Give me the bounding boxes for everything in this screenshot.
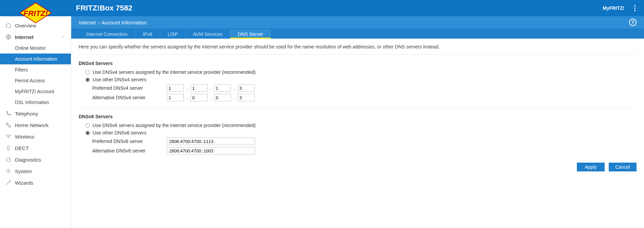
sidebar-item-label: Internet — [15, 34, 34, 40]
breadcrumb-bar: Internet › Account Information ? — [71, 16, 644, 28]
sidebar-item-system[interactable]: System — [0, 165, 71, 177]
tab-avm-services[interactable]: AVM Services — [186, 29, 231, 39]
dnsv6-other-radio[interactable] — [85, 131, 90, 135]
section-title-dnsv6: DNSv6 Servers — [79, 114, 637, 119]
dnsv6-alt-input[interactable] — [167, 147, 255, 154]
sidebar-item-label: System — [15, 168, 32, 174]
sidebar-item-diagnostics[interactable]: Diagnostics — [0, 154, 71, 165]
dot-separator: . — [187, 95, 188, 100]
dnsv6-alt-label: Alternative DNSv6 server — [92, 148, 167, 153]
network-icon — [5, 122, 12, 128]
device-title: FRITZ!Box 7582 — [71, 4, 603, 13]
kebab-menu-icon[interactable] — [632, 5, 638, 11]
dot-separator: . — [210, 95, 212, 100]
sidebar-sub-myfritz-account[interactable]: MyFRITZ! Account — [0, 86, 71, 97]
diagnostics-icon — [5, 157, 12, 163]
dnsv6-pref-input[interactable] — [167, 138, 255, 145]
sidebar-sub-permit-access[interactable]: Permit Access — [0, 75, 71, 86]
svg-rect-5 — [8, 146, 9, 150]
dnsv4-pref-input-group: . . . — [167, 84, 255, 92]
sidebar-item-label: Home Network — [15, 122, 48, 128]
sidebar-item-telephony[interactable]: Telephony — [0, 108, 71, 119]
tab-lisp[interactable]: LISP — [160, 29, 186, 39]
radio-label: Use DNSv4 servers assigned by the intern… — [93, 69, 256, 75]
dnsv4-pref-octet-1[interactable] — [167, 84, 184, 92]
radio-label: Use other DNSv6 servers — [93, 130, 147, 136]
radio-label: Use DNSv6 servers assigned by the intern… — [93, 123, 256, 128]
sidebar-sub-account-information[interactable]: Account Information — [0, 54, 71, 64]
dnsv6-isp-option[interactable]: Use DNSv6 servers assigned by the intern… — [85, 123, 637, 128]
dnsv4-pref-label: Preferred DNSv4 server — [92, 85, 167, 91]
breadcrumb-leaf: Account Information — [102, 20, 147, 25]
dnsv4-alt-octet-4[interactable] — [238, 94, 255, 101]
svg-text:FRITZ!: FRITZ! — [23, 9, 48, 18]
sidebar-item-label: DECT — [15, 145, 29, 151]
section-title-dnsv4: DNSv4 Servers — [79, 61, 637, 66]
svg-rect-3 — [6, 123, 8, 125]
dnsv4-isp-radio[interactable] — [85, 70, 90, 75]
sidebar-sub-filters[interactable]: Filters — [0, 64, 71, 75]
tab-dns-server[interactable]: DNS Server — [230, 29, 271, 39]
myfritz-link[interactable]: MyFRITZ! — [603, 5, 624, 11]
apply-button[interactable]: Apply — [577, 163, 605, 171]
dnsv4-pref-octet-2[interactable] — [191, 84, 208, 92]
content-pane: Here you can specify whether the servers… — [71, 39, 644, 228]
dnsv4-pref-octet-3[interactable] — [214, 84, 231, 92]
gear-icon — [5, 168, 12, 174]
top-bar: FRITZ! FRITZ!Box 7582 MyFRITZ! — [0, 0, 644, 16]
breadcrumb-chevron-icon: › — [98, 20, 100, 25]
sidebar-item-home-network[interactable]: Home Network — [0, 119, 71, 131]
help-icon[interactable]: ? — [629, 19, 637, 26]
sidebar-item-dect[interactable]: DECT — [0, 142, 71, 154]
sidebar-item-wizards[interactable]: Wizards — [0, 177, 71, 188]
dot-separator: . — [234, 95, 235, 100]
home-icon — [5, 22, 12, 28]
fritz-logo: FRITZ! — [0, 1, 71, 15]
globe-icon — [5, 34, 12, 40]
cancel-button[interactable]: Cancel — [609, 163, 637, 171]
svg-rect-4 — [9, 126, 11, 127]
tab-ipv6[interactable]: IPv6 — [135, 29, 160, 39]
dnsv4-pref-octet-4[interactable] — [238, 84, 255, 92]
sidebar-sub-online-monitor[interactable]: Online Monitor — [0, 43, 71, 54]
wifi-icon — [5, 133, 12, 140]
sidebar: Overview Internet Online Monitor Account… — [0, 16, 71, 228]
dnsv4-isp-option[interactable]: Use DNSv4 servers assigned by the intern… — [85, 69, 637, 75]
dnsv4-alt-octet-3[interactable] — [214, 94, 231, 101]
sidebar-item-label: Telephony — [15, 111, 38, 117]
tab-internet-connection[interactable]: Internet Connection — [79, 29, 135, 39]
dnsv6-other-option[interactable]: Use other DNSv6 servers — [85, 130, 637, 136]
wizard-icon — [5, 180, 12, 186]
sidebar-sub-dsl-information[interactable]: DSL Information — [0, 97, 71, 108]
dnsv4-alt-octet-1[interactable] — [167, 94, 184, 101]
sidebar-item-wireless[interactable]: Wireless — [0, 131, 71, 142]
sidebar-item-label: Diagnostics — [15, 157, 41, 163]
dot-separator: . — [187, 85, 188, 91]
dnsv4-alt-octet-2[interactable] — [191, 94, 208, 101]
dnsv6-isp-radio[interactable] — [85, 123, 90, 128]
dot-separator: . — [210, 85, 212, 91]
sidebar-item-label: Wireless — [15, 134, 35, 140]
dnsv4-other-radio[interactable] — [85, 78, 90, 82]
dect-icon — [5, 145, 12, 151]
sidebar-item-label: Wizards — [15, 180, 33, 186]
section-divider — [79, 107, 637, 108]
breadcrumb-root[interactable]: Internet — [79, 20, 96, 25]
dnsv4-alt-label: Alternative DNSv4 server — [92, 95, 167, 100]
sidebar-item-internet[interactable]: Internet — [0, 31, 71, 43]
dnsv4-other-option[interactable]: Use other DNSv4 servers — [85, 77, 637, 82]
tab-strip: Internet Connection IPv6 LISP AVM Servic… — [71, 28, 644, 39]
radio-label: Use other DNSv4 servers — [93, 77, 147, 82]
phone-icon — [5, 110, 12, 117]
svg-point-7 — [8, 170, 9, 172]
page-description: Here you can specify whether the servers… — [79, 44, 637, 55]
dot-separator: . — [234, 85, 235, 91]
dnsv6-pref-label: Preferred DNSv6 server — [92, 139, 167, 144]
chevron-up-icon — [61, 35, 65, 39]
dnsv4-alt-input-group: . . . — [167, 94, 255, 101]
